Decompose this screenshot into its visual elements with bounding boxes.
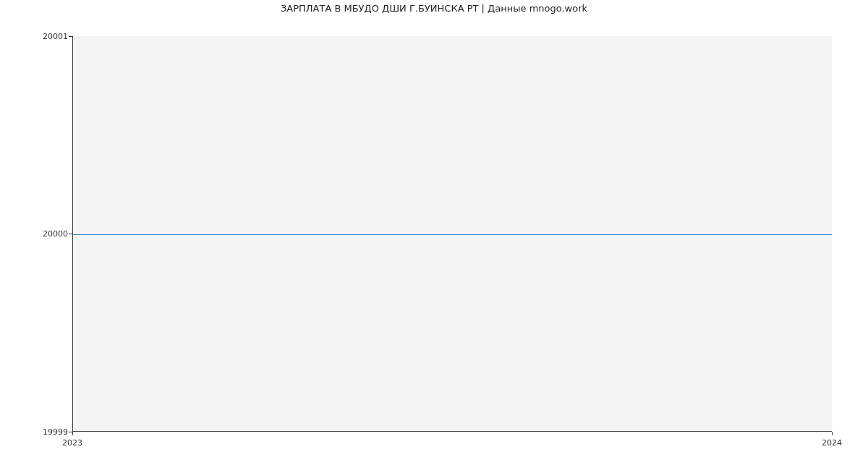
x-tick-mark [72, 432, 73, 435]
x-tick-label: 2023 [62, 438, 82, 448]
y-tick-label: 20000 [43, 229, 68, 239]
chart-container: ЗАРПЛАТА В МБУДО ДШИ Г.БУИНСКА РТ | Данн… [0, 0, 868, 470]
x-tick-mark [832, 432, 833, 435]
x-tick-label: 2024 [822, 438, 842, 448]
plot-area [72, 36, 832, 432]
y-tick-label: 20001 [43, 32, 68, 41]
chart-title: ЗАРПЛАТА В МБУДО ДШИ Г.БУИНСКА РТ | Данн… [0, 3, 868, 14]
y-tick-label: 19999 [43, 427, 68, 437]
line-series [73, 234, 832, 235]
